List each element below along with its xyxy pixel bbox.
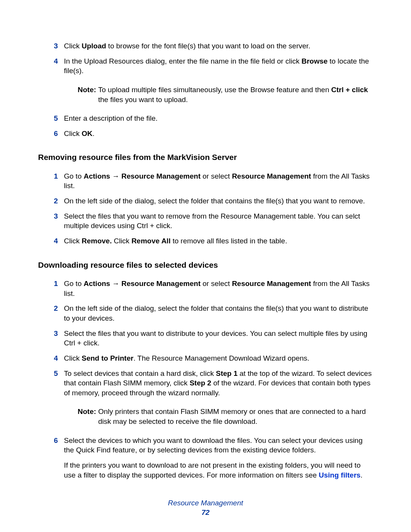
list-text: Select the devices to which you want to …	[64, 436, 373, 455]
list-text: On the left side of the dialog, select t…	[64, 196, 373, 206]
extra-paragraph: If the printers you want to download to …	[64, 460, 373, 480]
list-text: Go to Actions → Resource Management or s…	[64, 279, 373, 298]
top-list-block: 3Click Upload to browse for the font fil…	[38, 41, 373, 138]
list-text: On the left side of the dialog, select t…	[64, 304, 373, 323]
list-text: Click Remove. Click Remove All to remove…	[64, 236, 373, 246]
list-item: 4Click Remove. Click Remove All to remov…	[46, 236, 373, 246]
link-using-filters[interactable]: Using filters	[319, 471, 361, 479]
list-item: 2On the left side of the dialog, select …	[46, 304, 373, 323]
list-number: 3	[46, 211, 64, 231]
note-label: Note:	[78, 85, 98, 104]
list-number: 2	[46, 304, 64, 323]
list-number: 3	[46, 41, 64, 51]
list-text: To select devices that contain a hard di…	[64, 369, 373, 398]
list-text: Enter a description of the file.	[64, 113, 373, 123]
list-item: 2On the left side of the dialog, select …	[46, 196, 373, 206]
list-item: 4In the Upload Resources dialog, enter t…	[46, 56, 373, 76]
list-item: 1Go to Actions → Resource Management or …	[46, 171, 373, 191]
list-text: Go to Actions → Resource Management or s…	[64, 171, 373, 191]
section2-list-block: 1Go to Actions → Resource Management or …	[38, 279, 373, 480]
note-upload-multiple: Note: To upload multiple files simultane…	[78, 85, 373, 104]
list-number: 1	[46, 171, 64, 191]
list-number: 6	[46, 129, 64, 139]
list-item: 1Go to Actions → Resource Management or …	[46, 279, 373, 298]
note-label: Note:	[78, 407, 98, 426]
note-body: Only printers that contain Flash SIMM me…	[98, 407, 373, 426]
page-footer: Resource Management 72	[0, 498, 411, 518]
heading-removing: Removing resource files from the MarkVis…	[38, 152, 373, 163]
list-item: 3Click Upload to browse for the font fil…	[46, 41, 373, 51]
list-number: 4	[46, 353, 64, 363]
list-number: 6	[46, 436, 64, 455]
list-text: Select the files that you want to distri…	[64, 329, 373, 348]
list-text: Click Send to Printer. The Resource Mana…	[64, 353, 373, 363]
list-item: 4Click Send to Printer. The Resource Man…	[46, 353, 373, 363]
list-text: Click Upload to browse for the font file…	[64, 41, 373, 51]
list-item: 6Click OK.	[46, 129, 373, 139]
list-number: 2	[46, 196, 64, 206]
list-text: Click OK.	[64, 129, 373, 139]
list-number: 5	[46, 369, 64, 398]
note-flash-simm: Note: Only printers that contain Flash S…	[78, 407, 373, 426]
list-number: 3	[46, 329, 64, 348]
list-text: In the Upload Resources dialog, enter th…	[64, 56, 373, 76]
footer-title: Resource Management	[0, 498, 411, 508]
list-item: 5To select devices that contain a hard d…	[46, 369, 373, 398]
note-body: To upload multiple files simultaneously,…	[98, 85, 373, 104]
section1-list-block: 1Go to Actions → Resource Management or …	[38, 171, 373, 246]
list-number: 4	[46, 236, 64, 246]
list-item: 3Select the files that you want to remov…	[46, 211, 373, 231]
footer-page-number: 72	[0, 508, 411, 518]
list-number: 4	[46, 56, 64, 76]
list-number: 5	[46, 113, 64, 123]
list-number: 1	[46, 279, 64, 298]
heading-downloading: Downloading resource files to selected d…	[38, 260, 373, 270]
list-text: Select the files that you want to remove…	[64, 211, 373, 231]
page: 3Click Upload to browse for the font fil…	[0, 0, 411, 532]
list-item: 5Enter a description of the file.	[46, 113, 373, 123]
list-item: 6Select the devices to which you want to…	[46, 436, 373, 455]
list-item: 3Select the files that you want to distr…	[46, 329, 373, 348]
